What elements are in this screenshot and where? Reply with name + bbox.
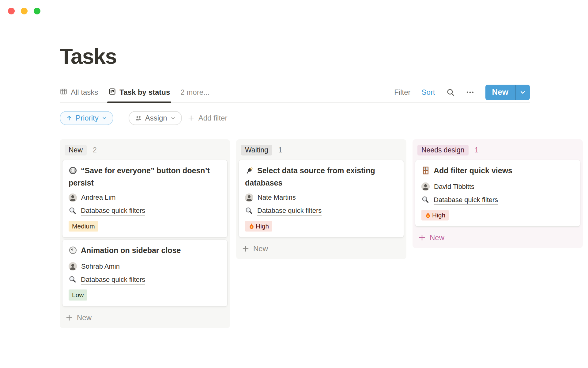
add-filter-button[interactable]: Add filter [187, 114, 228, 122]
add-filter-label: Add filter [198, 114, 228, 122]
magnifier-icon [69, 275, 77, 285]
person-icon [245, 194, 253, 202]
card-title[interactable]: Animation on sidebar close [69, 245, 221, 258]
board-icon [108, 88, 116, 97]
task-card[interactable]: Animation on sidebar close Sohrab Amin D… [62, 240, 228, 307]
person-icon [421, 182, 430, 191]
avatar [69, 262, 77, 270]
filter-button[interactable]: Filter [394, 88, 410, 97]
card-title[interactable]: “Save for everyone” button doesn’t persi… [69, 165, 221, 189]
assignee-name: Sohrab Amin [81, 263, 120, 270]
database-link[interactable]: Database quick filters [434, 196, 498, 205]
fire-icon [425, 212, 431, 218]
magnifier-icon [245, 207, 253, 216]
column-new-label: New [253, 244, 268, 253]
window-controls [8, 8, 40, 14]
column-new-button[interactable]: New [415, 228, 580, 246]
fire-icon [248, 223, 255, 229]
card-title-text: “Save for everyone” button doesn’t persi… [69, 166, 210, 187]
column-name-pill[interactable]: New [65, 145, 87, 155]
plug-icon [245, 166, 254, 178]
page-content: Tasks All tasks [0, 0, 588, 328]
tab-task-by-status-label: Task by status [119, 88, 170, 97]
column-count: 2 [93, 146, 97, 154]
tab-all-tasks[interactable]: All tasks [60, 82, 98, 102]
search-icon[interactable] [446, 88, 455, 97]
chevron-down-icon [519, 89, 526, 96]
filter-bar: Priority Assign Add filter [60, 111, 530, 125]
people-icon [135, 114, 142, 122]
card-assignee-row: David Tibbitts [421, 182, 574, 191]
person-icon [69, 194, 77, 202]
card-link-row: Database quick filters [69, 275, 221, 285]
board-column: New 2 “Save for everyone” button doesn’t… [60, 139, 230, 328]
column-new-button[interactable]: New [62, 309, 228, 326]
database-link[interactable]: Database quick filters [257, 207, 322, 216]
column-cards: “Save for everyone” button doesn’t persi… [62, 160, 228, 307]
tag-label: Medium [72, 222, 95, 230]
close-window-button[interactable] [8, 8, 15, 14]
card-title-text: Select data source from existing databas… [245, 166, 375, 187]
card-title[interactable]: Add filter quick views [421, 165, 574, 178]
new-button[interactable]: New [485, 85, 515, 100]
column-header: Waiting 1 [239, 142, 404, 158]
magnifier-icon [69, 207, 77, 216]
table-icon [60, 88, 67, 97]
assignee-name: Andrea Lim [81, 194, 116, 201]
minimize-window-button[interactable] [21, 8, 28, 14]
assignee-name: Nate Martins [258, 194, 296, 201]
tag-label: High [256, 222, 269, 230]
column-new-button[interactable]: New [239, 240, 404, 257]
column-header: New 2 [62, 142, 228, 158]
card-link-row: Database quick filters [69, 207, 221, 216]
assign-filter-pill[interactable]: Assign [129, 111, 182, 125]
card-link-row: Database quick filters [245, 207, 398, 216]
view-actions: Filter Sort New [394, 85, 530, 100]
view-tabbar: All tasks Task by status 2 more... Filte… [60, 82, 530, 103]
column-name-pill[interactable]: Waiting [241, 145, 272, 155]
card-link-row: Database quick filters [421, 196, 574, 205]
board-column: Waiting 1 Select data source from existi… [236, 139, 406, 259]
ellipsis-icon[interactable] [466, 88, 474, 97]
tag-label: High [432, 211, 445, 219]
tabs-more-button[interactable]: 2 more... [180, 88, 209, 97]
board: New 2 “Save for everyone” button doesn’t… [60, 139, 588, 328]
database-link[interactable]: Database quick filters [81, 207, 145, 216]
card-assignee-row: Sohrab Amin [69, 262, 221, 270]
column-cards: Add filter quick views David Tibbitts Da… [415, 160, 580, 227]
task-card[interactable]: Add filter quick views David Tibbitts Da… [415, 160, 580, 227]
page-title[interactable]: Tasks [60, 45, 530, 68]
new-button-group: New [485, 85, 530, 100]
tag-label: Low [72, 291, 84, 299]
zoom-window-button[interactable] [34, 8, 40, 14]
priority-tag: Medium [69, 221, 98, 232]
avatar [245, 194, 253, 202]
priority-tag: Low [69, 289, 87, 300]
sort-button[interactable]: Sort [422, 88, 435, 97]
database-link[interactable]: Database quick filters [81, 276, 145, 285]
card-assignee-row: Nate Martins [245, 194, 398, 202]
card-title[interactable]: Select data source from existing databas… [245, 165, 398, 189]
person-icon [69, 262, 77, 270]
board-column: Needs design 1 Add filter quick views Da… [413, 139, 583, 248]
task-card[interactable]: Select data source from existing databas… [239, 160, 404, 238]
avatar [421, 182, 430, 191]
task-card[interactable]: “Save for everyone” button doesn’t persi… [62, 160, 228, 238]
priority-filter-pill[interactable]: Priority [60, 111, 113, 125]
column-count: 1 [475, 146, 479, 154]
column-header: Needs design 1 [415, 142, 580, 158]
column-new-label: New [77, 313, 92, 322]
magnifier-icon [421, 196, 429, 205]
tab-task-by-status[interactable]: Task by status [108, 82, 170, 102]
filter-divider [121, 112, 121, 124]
column-new-label: New [430, 233, 444, 242]
chevron-down-icon [170, 115, 176, 121]
column-count: 1 [278, 146, 282, 154]
window-icon [421, 166, 430, 178]
plus-icon [187, 114, 195, 122]
radio-button-icon [69, 166, 77, 178]
column-name-pill[interactable]: Needs design [417, 145, 469, 155]
priority-filter-label: Priority [76, 114, 99, 122]
tab-all-tasks-label: All tasks [71, 88, 98, 97]
new-button-dropdown[interactable] [516, 85, 530, 100]
